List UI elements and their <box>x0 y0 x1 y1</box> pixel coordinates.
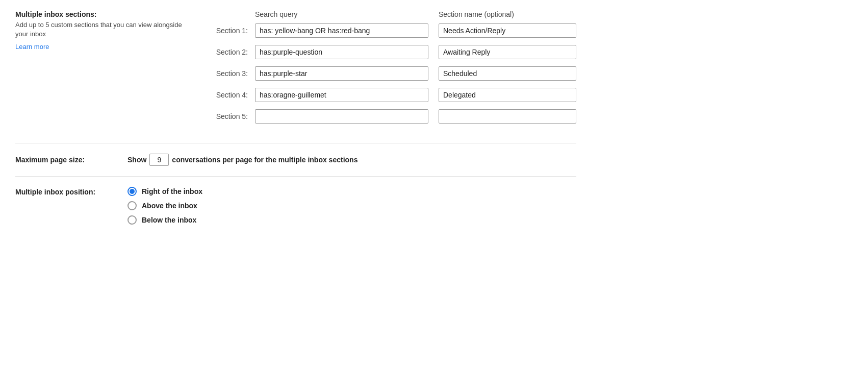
radio-right-outer <box>127 187 137 196</box>
position-options: Right of the inbox Above the inbox Below… <box>127 187 202 225</box>
section-5-label: Section 5: <box>204 112 255 120</box>
page-size-block: Maximum page size: Show conversations pe… <box>15 143 576 177</box>
section-2-query-input[interactable] <box>255 45 428 59</box>
section-2-label: Section 2: <box>204 48 255 56</box>
position-option-above-label: Above the inbox <box>142 202 197 210</box>
radio-below-outer <box>127 215 137 225</box>
section-4-query-input[interactable] <box>255 88 428 102</box>
section-2-name-input[interactable] <box>439 45 576 59</box>
main-container: Multiple inbox sections: Add up to 5 cus… <box>15 10 576 225</box>
learn-more-link[interactable]: Learn more <box>15 43 49 51</box>
section-row-1: Section 1: <box>204 23 576 38</box>
section-3-label: Section 3: <box>204 69 255 78</box>
section-4-label: Section 4: <box>204 91 255 99</box>
section-row-2: Section 2: <box>204 45 576 59</box>
page-size-content: Show conversations per page for the mult… <box>127 154 358 166</box>
section-5-name-input[interactable] <box>439 109 576 124</box>
position-option-right[interactable]: Right of the inbox <box>127 187 202 196</box>
section-1-query-input[interactable] <box>255 23 428 38</box>
position-label: Multiple inbox position: <box>15 187 127 196</box>
page-size-suffix: conversations per page for the multiple … <box>172 156 358 164</box>
inbox-sections-title: Multiple inbox sections: <box>15 10 194 18</box>
columns-header: Search query Section name (optional) <box>204 10 576 18</box>
inbox-sections-label-area: Multiple inbox sections: Add up to 5 cus… <box>15 10 204 51</box>
page-size-show-text: Show <box>127 156 146 164</box>
section-1-label: Section 1: <box>204 27 255 35</box>
position-option-below[interactable]: Below the inbox <box>127 215 202 225</box>
radio-right-inner <box>130 189 135 194</box>
section-name-header: Section name (optional) <box>439 10 576 18</box>
section-3-name-input[interactable] <box>439 66 576 81</box>
sections-grid: Search query Section name (optional) Sec… <box>204 10 576 131</box>
section-row-3: Section 3: <box>204 66 576 81</box>
section-5-query-input[interactable] <box>255 109 428 124</box>
position-option-above[interactable]: Above the inbox <box>127 201 202 210</box>
section-1-name-input[interactable] <box>439 23 576 38</box>
page-size-label: Maximum page size: <box>15 156 127 164</box>
search-query-header: Search query <box>255 10 428 18</box>
radio-above-outer <box>127 201 137 210</box>
section-3-query-input[interactable] <box>255 66 428 81</box>
section-4-name-input[interactable] <box>439 88 576 102</box>
position-block: Multiple inbox position: Right of the in… <box>15 177 576 225</box>
page-size-input[interactable] <box>149 154 169 166</box>
inbox-sections-description: Add up to 5 custom sections that you can… <box>15 20 194 39</box>
section-row-5: Section 5: <box>204 109 576 124</box>
position-option-right-label: Right of the inbox <box>142 187 202 195</box>
section-row-4: Section 4: <box>204 88 576 102</box>
inbox-sections-block: Multiple inbox sections: Add up to 5 cus… <box>15 10 576 143</box>
position-option-below-label: Below the inbox <box>142 216 196 224</box>
